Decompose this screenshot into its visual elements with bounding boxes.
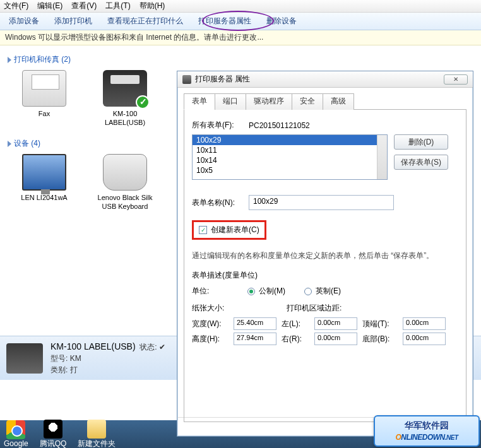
forms-listbox[interactable]: 100x29 10x11 10x14 10x5 [192,134,388,180]
tabs: 表单 端口 驱动程序 安全 高级 [184,93,466,110]
chevron-icon [8,57,11,63]
radio-imperial[interactable] [304,288,312,295]
radio-metric-label: 公制(M) [259,286,285,297]
tb-see-printing[interactable]: 查看现在正在打印什么 [107,16,183,27]
right-label: 右(R): [282,334,309,345]
annotation-red-box: ✓ 创建新表单(C) [192,220,266,240]
device-label: Lenovo Black Silk USB Keyboard [93,193,157,211]
tab-forms[interactable]: 表单 [184,93,215,110]
form-name-label: 表单名称(N): [192,197,249,208]
radio-imperial-label: 英制(E) [316,286,341,297]
folder-icon [87,420,106,439]
section-devices-title: 设备 (4) [14,138,40,149]
close-button[interactable]: ✕ [444,74,468,85]
status-model: 型号: KM [50,354,81,363]
chevron-icon [8,141,11,147]
watermark-logo: 华军软件园 ONLINEDOWN.NET [374,415,480,447]
status-category: 类别: 打 [50,365,78,374]
device-label: KM-100 LABEL(USB) [93,109,157,127]
device-label: Fax [13,109,76,118]
menu-file[interactable]: 文件(F) [4,1,28,11]
create-new-label: 创建新表单(C) [211,225,259,235]
bottom-label: 底部(B): [362,334,398,345]
default-check-icon [136,95,150,109]
tab-advanced[interactable]: 高级 [323,93,354,110]
form-name-input[interactable]: 100x29 [249,195,394,210]
taskbar-qq[interactable]: 腾讯QQ [40,420,67,449]
top-label: 顶端(T): [362,319,398,329]
delete-button[interactable]: 删除(D) [394,134,448,150]
help-text: 通过编辑现有的名称和度量单位来定义新的表单，然后单击 “保存表单”。 [192,250,458,261]
dialog-title-text: 打印服务器 属性 [195,74,250,85]
list-item[interactable]: 10x11 [193,145,387,155]
list-item[interactable]: 100x29 [193,135,387,145]
taskbar-label: 腾讯QQ [40,439,67,449]
section-printers[interactable]: 打印机和传真 (2) [8,54,473,65]
taskbar-label: 新建文件夹 [78,439,116,449]
chrome-icon [6,420,25,439]
tb-add-device[interactable]: 添加设备 [9,16,39,27]
unit-label: 单位: [192,286,229,297]
monitor-icon [22,154,66,191]
width-input[interactable]: 25.40cm [234,317,276,330]
keyboard-icon [103,154,147,191]
left-input[interactable]: 0.00cm [314,317,357,330]
status-name: KM-100 LABEL(USB) [50,341,136,351]
margin-label: 打印机区域边距: [287,303,341,314]
fax-icon [22,70,66,107]
create-new-checkbox[interactable]: ✓ [199,226,207,234]
device-label: LEN LI2041wA [13,193,76,202]
device-fax[interactable]: Fax [13,70,76,127]
device-keyboard[interactable]: Lenovo Black Silk USB Keyboard [93,154,157,211]
desc-title: 表单描述(度量单位) [192,270,458,281]
toolbar: 添加设备 添加打印机 查看现在正在打印什么 打印服务器属性 删除设备 [0,13,481,30]
menu-edit[interactable]: 编辑(E) [37,1,62,11]
info-text: Windows 可以显示增强型设备图标和来自 Internet 的信息。请单击进… [5,32,263,43]
list-item[interactable]: 10x5 [193,165,387,175]
top-input[interactable]: 0.00cm [403,317,446,330]
tb-remove-device[interactable]: 删除设备 [266,16,297,27]
printer-icon [6,343,43,374]
watermark-cn: 华军软件园 [405,420,449,432]
menubar: 文件(F) 编辑(E) 查看(V) 工具(T) 帮助(H) [0,0,481,13]
tab-ports[interactable]: 端口 [215,93,246,110]
taskbar-folder[interactable]: 新建文件夹 [78,420,116,449]
form-description-group: 表单描述(度量单位) 单位: 公制(M) 英制(E) 纸张大小: 打印机区域边距… [192,270,458,345]
list-item[interactable]: 10x14 [193,155,387,165]
device-monitor[interactable]: LEN LI2041wA [13,154,76,211]
print-server-props-dialog: 打印服务器 属性 ✕ 表单 端口 驱动程序 安全 高级 所有表单(F): PC2… [177,71,473,437]
height-input[interactable]: 27.94cm [234,333,276,345]
bottom-input[interactable]: 0.00cm [403,333,446,345]
tab-security[interactable]: 安全 [292,93,323,110]
printer-icon [103,70,147,107]
section-printers-title: 打印机和传真 (2) [14,54,71,65]
paper-size-label: 纸张大小: [192,303,287,314]
radio-metric[interactable] [247,288,255,295]
info-bar[interactable]: Windows 可以显示增强型设备图标和来自 Internet 的信息。请单击进… [0,30,481,45]
qq-icon [44,420,62,439]
taskbar-label: Google [4,439,28,448]
scrollbar[interactable] [377,135,387,179]
taskbar-chrome[interactable]: Google [4,420,28,448]
tab-pane-forms: 所有表单(F): PC201501121052 100x29 10x11 10x… [184,110,466,422]
tb-add-printer[interactable]: 添加打印机 [54,16,92,27]
status-state-label: 状态: [140,343,157,351]
left-label: 左(L): [282,319,309,329]
dialog-titlebar[interactable]: 打印服务器 属性 ✕ [177,71,473,88]
right-input[interactable]: 0.00cm [314,333,357,345]
menu-tools[interactable]: 工具(T) [105,1,130,11]
menu-help[interactable]: 帮助(H) [140,1,165,11]
all-forms-label: 所有表单(F): [192,120,249,131]
printer-icon [182,75,191,84]
menu-view[interactable]: 查看(V) [71,1,97,11]
tab-drivers[interactable]: 驱动程序 [246,93,292,110]
watermark-en: ONLINEDOWN.NET [395,432,458,442]
height-label: 高度(H): [192,334,229,345]
save-form-button[interactable]: 保存表单(S) [394,155,448,170]
status-text: KM-100 LABEL(USB) 状态: ✔ 型号: KM 类别: 打 [50,341,165,375]
tb-server-props[interactable]: 打印服务器属性 [198,16,251,27]
width-label: 宽度(W): [192,319,229,329]
server-name: PC201501121052 [249,121,310,130]
device-km100[interactable]: KM-100 LABEL(USB) [93,70,157,127]
